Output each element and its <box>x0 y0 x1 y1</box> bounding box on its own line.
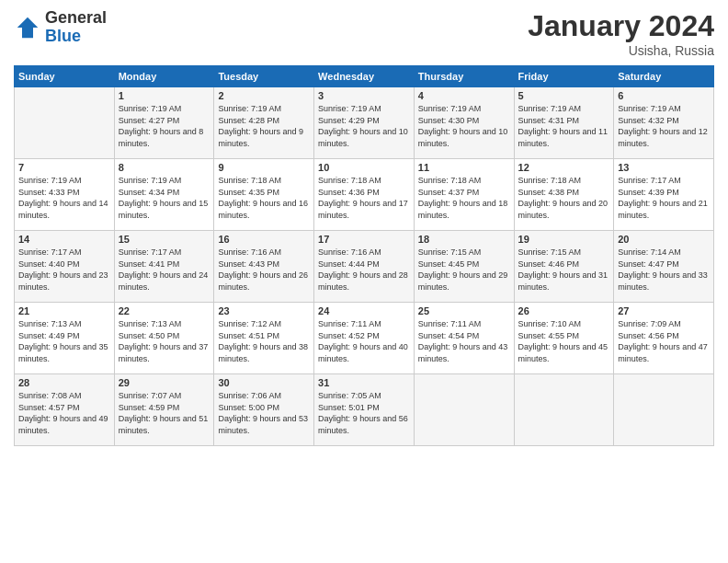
table-cell: 5Sunrise: 7:19 AMSunset: 4:31 PMDaylight… <box>514 87 614 159</box>
cell-info: Sunrise: 7:15 AMSunset: 4:45 PMDaylight:… <box>418 247 510 293</box>
cell-info: Sunrise: 7:12 AMSunset: 4:51 PMDaylight:… <box>218 318 310 364</box>
day-number: 8 <box>119 162 210 173</box>
table-cell: 27Sunrise: 7:09 AMSunset: 4:56 PMDayligh… <box>614 303 714 374</box>
table-cell: 7Sunrise: 7:19 AMSunset: 4:33 PMDaylight… <box>15 159 115 231</box>
table-cell: 18Sunrise: 7:15 AMSunset: 4:45 PMDayligh… <box>414 231 514 303</box>
logo-icon <box>14 14 41 41</box>
table-cell: 29Sunrise: 7:07 AMSunset: 4:59 PMDayligh… <box>114 374 214 446</box>
cell-info: Sunrise: 7:19 AMSunset: 4:27 PMDaylight:… <box>119 103 210 149</box>
table-cell: 6Sunrise: 7:19 AMSunset: 4:32 PMDaylight… <box>614 87 714 159</box>
table-row: 1Sunrise: 7:19 AMSunset: 4:27 PMDaylight… <box>15 87 714 159</box>
day-number: 20 <box>618 234 710 245</box>
cell-info: Sunrise: 7:18 AMSunset: 4:36 PMDaylight:… <box>318 175 410 221</box>
table-cell: 12Sunrise: 7:18 AMSunset: 4:38 PMDayligh… <box>514 159 614 231</box>
cell-info: Sunrise: 7:19 AMSunset: 4:30 PMDaylight:… <box>418 103 510 149</box>
day-number: 30 <box>218 377 310 388</box>
page: General Blue January 2024 Usisha, Russia… <box>0 0 728 563</box>
header-row: Sunday Monday Tuesday Wednesday Thursday… <box>15 66 714 87</box>
cell-info: Sunrise: 7:19 AMSunset: 4:29 PMDaylight:… <box>318 103 410 149</box>
day-number: 17 <box>318 234 410 245</box>
table-cell: 28Sunrise: 7:08 AMSunset: 4:57 PMDayligh… <box>15 374 115 446</box>
logo-text: General Blue <box>45 9 107 46</box>
title-block: January 2024 Usisha, Russia <box>528 9 714 58</box>
day-number: 12 <box>518 162 610 173</box>
table-cell: 1Sunrise: 7:19 AMSunset: 4:27 PMDaylight… <box>114 87 214 159</box>
day-number: 24 <box>318 305 410 316</box>
table-cell: 31Sunrise: 7:05 AMSunset: 5:01 PMDayligh… <box>314 374 415 446</box>
cell-info: Sunrise: 7:11 AMSunset: 4:52 PMDaylight:… <box>318 318 410 364</box>
table-cell: 20Sunrise: 7:14 AMSunset: 4:47 PMDayligh… <box>614 231 714 303</box>
table-cell <box>15 87 115 159</box>
day-number: 25 <box>418 305 510 316</box>
day-number: 21 <box>18 305 110 316</box>
table-cell: 30Sunrise: 7:06 AMSunset: 5:00 PMDayligh… <box>214 374 314 446</box>
logo-blue-text: Blue <box>45 28 107 46</box>
cell-info: Sunrise: 7:19 AMSunset: 4:34 PMDaylight:… <box>119 175 210 221</box>
table-cell: 21Sunrise: 7:13 AMSunset: 4:49 PMDayligh… <box>15 303 115 374</box>
table-cell: 3Sunrise: 7:19 AMSunset: 4:29 PMDaylight… <box>314 87 415 159</box>
table-cell: 11Sunrise: 7:18 AMSunset: 4:37 PMDayligh… <box>414 159 514 231</box>
day-number: 3 <box>318 90 410 101</box>
table-cell: 23Sunrise: 7:12 AMSunset: 4:51 PMDayligh… <box>214 303 314 374</box>
day-number: 2 <box>218 90 310 101</box>
logo: General Blue <box>14 9 107 46</box>
table-row: 21Sunrise: 7:13 AMSunset: 4:49 PMDayligh… <box>15 303 714 374</box>
col-monday: Monday <box>114 66 214 87</box>
table-cell: 19Sunrise: 7:15 AMSunset: 4:46 PMDayligh… <box>514 231 614 303</box>
cell-info: Sunrise: 7:16 AMSunset: 4:44 PMDaylight:… <box>318 247 410 293</box>
cell-info: Sunrise: 7:09 AMSunset: 4:56 PMDaylight:… <box>618 318 710 364</box>
table-cell: 10Sunrise: 7:18 AMSunset: 4:36 PMDayligh… <box>314 159 415 231</box>
table-cell <box>614 374 714 446</box>
cell-info: Sunrise: 7:15 AMSunset: 4:46 PMDaylight:… <box>518 247 610 293</box>
table-cell <box>414 374 514 446</box>
table-cell <box>514 374 614 446</box>
day-number: 23 <box>218 305 310 316</box>
cell-info: Sunrise: 7:07 AMSunset: 4:59 PMDaylight:… <box>119 390 210 436</box>
day-number: 29 <box>119 377 210 388</box>
table-cell: 25Sunrise: 7:11 AMSunset: 4:54 PMDayligh… <box>414 303 514 374</box>
day-number: 31 <box>318 377 410 388</box>
cell-info: Sunrise: 7:19 AMSunset: 4:32 PMDaylight:… <box>618 103 710 149</box>
cell-info: Sunrise: 7:14 AMSunset: 4:47 PMDaylight:… <box>618 247 710 293</box>
day-number: 27 <box>618 305 710 316</box>
cell-info: Sunrise: 7:18 AMSunset: 4:35 PMDaylight:… <box>218 175 310 221</box>
day-number: 14 <box>18 234 110 245</box>
col-sunday: Sunday <box>15 66 115 87</box>
cell-info: Sunrise: 7:11 AMSunset: 4:54 PMDaylight:… <box>418 318 510 364</box>
day-number: 9 <box>218 162 310 173</box>
table-cell: 13Sunrise: 7:17 AMSunset: 4:39 PMDayligh… <box>614 159 714 231</box>
day-number: 16 <box>218 234 310 245</box>
table-row: 7Sunrise: 7:19 AMSunset: 4:33 PMDaylight… <box>15 159 714 231</box>
day-number: 1 <box>119 90 210 101</box>
table-row: 28Sunrise: 7:08 AMSunset: 4:57 PMDayligh… <box>15 374 714 446</box>
table-row: 14Sunrise: 7:17 AMSunset: 4:40 PMDayligh… <box>15 231 714 303</box>
day-number: 6 <box>618 90 710 101</box>
cell-info: Sunrise: 7:19 AMSunset: 4:28 PMDaylight:… <box>218 103 310 149</box>
table-cell: 24Sunrise: 7:11 AMSunset: 4:52 PMDayligh… <box>314 303 415 374</box>
table-cell: 15Sunrise: 7:17 AMSunset: 4:41 PMDayligh… <box>114 231 214 303</box>
day-number: 11 <box>418 162 510 173</box>
day-number: 4 <box>418 90 510 101</box>
table-cell: 16Sunrise: 7:16 AMSunset: 4:43 PMDayligh… <box>214 231 314 303</box>
day-number: 15 <box>119 234 210 245</box>
table-cell: 2Sunrise: 7:19 AMSunset: 4:28 PMDaylight… <box>214 87 314 159</box>
cell-info: Sunrise: 7:08 AMSunset: 4:57 PMDaylight:… <box>18 390 110 436</box>
cell-info: Sunrise: 7:17 AMSunset: 4:41 PMDaylight:… <box>119 247 210 293</box>
day-number: 26 <box>518 305 610 316</box>
cell-info: Sunrise: 7:17 AMSunset: 4:40 PMDaylight:… <box>18 247 110 293</box>
table-cell: 8Sunrise: 7:19 AMSunset: 4:34 PMDaylight… <box>114 159 214 231</box>
cell-info: Sunrise: 7:18 AMSunset: 4:38 PMDaylight:… <box>518 175 610 221</box>
cell-info: Sunrise: 7:18 AMSunset: 4:37 PMDaylight:… <box>418 175 510 221</box>
table-cell: 26Sunrise: 7:10 AMSunset: 4:55 PMDayligh… <box>514 303 614 374</box>
col-saturday: Saturday <box>614 66 714 87</box>
cell-info: Sunrise: 7:10 AMSunset: 4:55 PMDaylight:… <box>518 318 610 364</box>
day-number: 18 <box>418 234 510 245</box>
day-number: 13 <box>618 162 710 173</box>
day-number: 10 <box>318 162 410 173</box>
cell-info: Sunrise: 7:13 AMSunset: 4:49 PMDaylight:… <box>18 318 110 364</box>
day-number: 19 <box>518 234 610 245</box>
table-cell: 17Sunrise: 7:16 AMSunset: 4:44 PMDayligh… <box>314 231 415 303</box>
cell-info: Sunrise: 7:19 AMSunset: 4:31 PMDaylight:… <box>518 103 610 149</box>
location: Usisha, Russia <box>528 43 714 58</box>
cell-info: Sunrise: 7:06 AMSunset: 5:00 PMDaylight:… <box>218 390 310 436</box>
